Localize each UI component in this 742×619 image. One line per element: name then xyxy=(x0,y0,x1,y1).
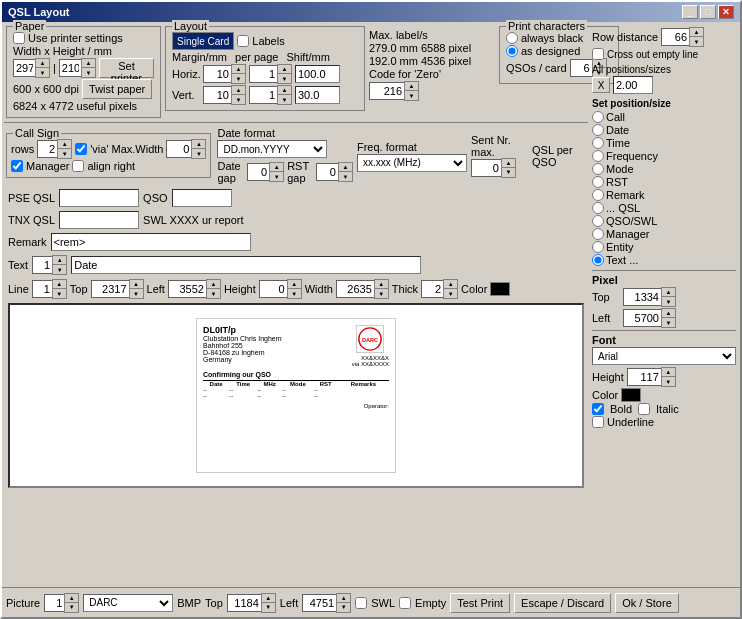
empty-checkbox[interactable] xyxy=(399,597,411,609)
text-val-input[interactable] xyxy=(71,256,421,274)
swl-checkbox[interactable] xyxy=(355,597,367,609)
always-black-label: always black xyxy=(521,32,583,44)
qsos-card-input[interactable] xyxy=(570,59,592,77)
vert-margin-input[interactable] xyxy=(203,86,231,104)
font-select[interactable]: Arial xyxy=(592,347,736,365)
all-positions-size-input[interactable] xyxy=(613,76,653,94)
text-num-input[interactable] xyxy=(32,256,52,274)
print-chars-label: Print characters xyxy=(506,20,587,32)
ok-button[interactable]: Ok / Store xyxy=(615,593,679,613)
horiz-margin-input[interactable] xyxy=(203,65,231,83)
twist-paper-button[interactable]: Twist paper xyxy=(82,79,152,99)
date-gap-label: Date gap xyxy=(217,160,244,184)
call-radio[interactable] xyxy=(592,111,604,123)
sent-nr-input[interactable] xyxy=(471,159,501,177)
text-radio[interactable] xyxy=(592,254,604,266)
align-right-checkbox[interactable] xyxy=(72,160,84,172)
entity-radio[interactable] xyxy=(592,241,604,253)
pixel-top-input[interactable] xyxy=(623,288,661,306)
date-format-select[interactable]: DD.mon.YYYY xyxy=(217,140,327,158)
height-spinner[interactable]: ▲▼ xyxy=(59,58,96,78)
date-radio[interactable] xyxy=(592,124,604,136)
remark-input[interactable] xyxy=(51,233,251,251)
font-color-label: Color xyxy=(592,389,618,401)
sent-nr-section: Sent Nr. max. ▲▼ xyxy=(471,134,528,178)
rows-input[interactable] xyxy=(37,140,57,158)
qso-input[interactable] xyxy=(172,189,232,207)
test-print-button[interactable]: Test Print xyxy=(450,593,510,613)
via-label: 'via' xyxy=(90,143,108,155)
x-button[interactable]: X xyxy=(592,77,610,93)
line-color-swatch[interactable] xyxy=(490,282,510,296)
per-page-label: per page xyxy=(235,51,278,63)
as-designed-radio[interactable] xyxy=(506,45,518,57)
tnx-qsl-input[interactable] xyxy=(59,211,139,229)
date-gap-input[interactable] xyxy=(247,163,269,181)
row-distance-input[interactable] xyxy=(661,28,689,46)
top-label: Top xyxy=(70,283,88,295)
single-card-button[interactable]: Single Card xyxy=(172,32,234,50)
code-input[interactable] xyxy=(369,82,404,100)
manager-radio[interactable] xyxy=(592,228,604,240)
width-spinner[interactable]: ▲▼ xyxy=(13,58,50,78)
set-printer-button[interactable]: Set printer xyxy=(99,58,154,78)
max-pix1: 6588 pixel xyxy=(421,42,471,54)
manager-checkbox[interactable] xyxy=(11,160,23,172)
italic-checkbox[interactable] xyxy=(638,403,650,415)
shift-h-input[interactable] xyxy=(295,65,340,83)
picture-num-input[interactable] xyxy=(44,594,64,612)
bottom-top-label: Top xyxy=(205,597,223,609)
freq-format-select[interactable]: xx.xxx (MHz) xyxy=(357,154,467,172)
preview-area: DL0IT/p Clubstation Chris Inghem Bahnhof… xyxy=(8,303,584,488)
cross-out-empty-checkbox[interactable] xyxy=(592,48,604,60)
picture-source-select[interactable]: DARC xyxy=(83,594,173,612)
mode-radio[interactable] xyxy=(592,163,604,175)
rst-gap-input[interactable] xyxy=(316,163,338,181)
width-input2[interactable] xyxy=(336,280,374,298)
rst-radio[interactable] xyxy=(592,176,604,188)
close-button[interactable]: ✕ xyxy=(718,5,734,19)
pse-qsl-label: PSE QSL xyxy=(8,192,55,204)
frequency-radio[interactable] xyxy=(592,150,604,162)
remark-radio[interactable] xyxy=(592,189,604,201)
pixel-left-input[interactable] xyxy=(623,309,661,327)
rst-gap-label: RST gap xyxy=(287,160,313,184)
preview-call: DL0IT/p xyxy=(203,325,282,335)
manager-label: Manager xyxy=(26,160,69,172)
pse-qsl-input[interactable] xyxy=(59,189,139,207)
useful-pixels-label: useful pixels xyxy=(77,100,138,112)
max-width-input[interactable] xyxy=(166,140,191,158)
labels-checkbox[interactable] xyxy=(237,35,249,47)
always-black-radio[interactable] xyxy=(506,32,518,44)
underline-checkbox[interactable] xyxy=(592,416,604,428)
freq-format-section: Freq. format xx.xxx (MHz) xyxy=(357,140,467,172)
qso-swl-radio[interactable] xyxy=(592,215,604,227)
font-height-input[interactable] xyxy=(627,368,661,386)
width-input[interactable] xyxy=(13,59,35,77)
preview-addr2: D-84168 zu Inghem xyxy=(203,349,282,356)
per-page-v-input[interactable] xyxy=(249,86,277,104)
use-printer-settings-checkbox[interactable] xyxy=(13,32,25,44)
bottom-top-input[interactable] xyxy=(227,594,261,612)
top-input[interactable] xyxy=(91,280,129,298)
left-input[interactable] xyxy=(168,280,206,298)
paper-group-label: Paper xyxy=(13,20,46,32)
max-label: Max. label/s xyxy=(369,29,428,41)
per-page-h-input[interactable] xyxy=(249,65,277,83)
qsl-radio[interactable] xyxy=(592,202,604,214)
bottom-left-input[interactable] xyxy=(302,594,336,612)
line-num-input[interactable] xyxy=(32,280,52,298)
height-input[interactable] xyxy=(59,59,81,77)
pixels-label: 6824 x 4772 xyxy=(13,100,74,112)
via-checkbox[interactable] xyxy=(75,143,87,155)
minimize-button[interactable]: _ xyxy=(682,5,698,19)
escape-button[interactable]: Escape / Discard xyxy=(514,593,611,613)
thick-input[interactable] xyxy=(421,280,443,298)
bold-checkbox[interactable] xyxy=(592,403,604,415)
shift-v-input[interactable] xyxy=(295,86,340,104)
preview-addr1: Bahnhof 255 xyxy=(203,342,282,349)
height-input[interactable] xyxy=(259,280,287,298)
maximize-button[interactable]: □ xyxy=(700,5,716,19)
time-radio[interactable] xyxy=(592,137,604,149)
font-color-swatch[interactable] xyxy=(621,388,641,402)
